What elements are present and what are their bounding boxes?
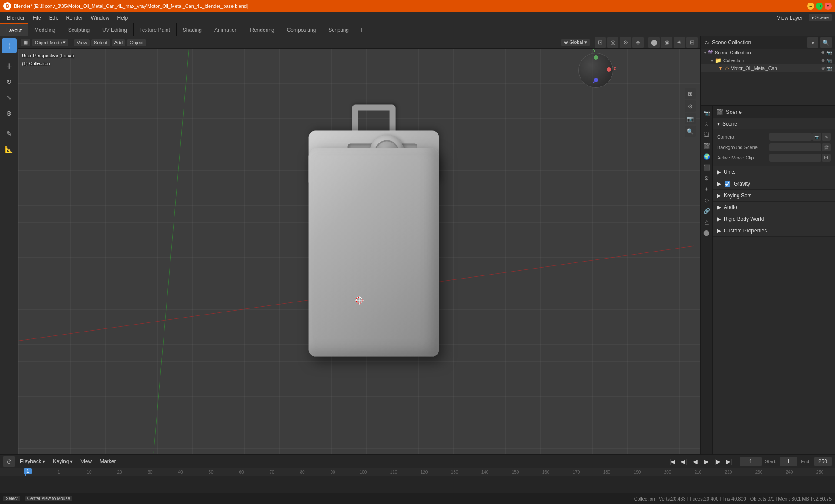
proportional-edit-button[interactable]: ◎: [607, 37, 618, 48]
prop-icon-world[interactable]: 🌍: [701, 151, 712, 162]
shading-wireframe-button[interactable]: ⊞: [686, 37, 698, 48]
timeline-keying-menu[interactable]: Keying ▾: [50, 458, 76, 465]
section-custom-props-header[interactable]: ▶ Custom Properties: [713, 225, 835, 236]
outliner-item-scene-collection[interactable]: ▾ 🏛 Scene Collection 👁 📷: [701, 49, 835, 56]
timeline-track[interactable]: [0, 476, 835, 493]
play-reverse-button[interactable]: ◀: [690, 457, 700, 466]
maximize-button[interactable]: □: [816, 3, 823, 10]
timeline-view-menu[interactable]: View: [78, 458, 94, 465]
outliner-filter-button[interactable]: ▾: [807, 37, 818, 48]
prop-icon-modifiers[interactable]: ⚙: [701, 173, 712, 183]
timeline-editor-type[interactable]: ⏱: [3, 456, 15, 467]
section-keying-sets-header[interactable]: ▶ Keying Sets: [713, 190, 835, 201]
menu-window[interactable]: Window: [87, 14, 113, 22]
prop-icon-scene[interactable]: 🎬: [701, 140, 712, 151]
section-gravity-header[interactable]: ▶ Gravity: [713, 178, 835, 189]
menu-render[interactable]: Render: [62, 14, 86, 22]
prop-icon-object[interactable]: ⬛: [701, 162, 712, 172]
timeline-playhead[interactable]: [25, 468, 26, 476]
menu-help[interactable]: Help: [114, 14, 131, 22]
shading-rendered-button[interactable]: ☀: [674, 37, 685, 48]
collection-view-toggle[interactable]: 👁: [821, 58, 825, 63]
menu-blender[interactable]: Blender: [3, 14, 28, 22]
prop-icon-render[interactable]: 📷: [701, 108, 712, 118]
tab-shading[interactable]: Shading: [177, 23, 208, 36]
view-button[interactable]: View: [74, 39, 90, 46]
object-view-toggle[interactable]: 👁: [821, 66, 825, 71]
camera-value[interactable]: [769, 133, 812, 141]
prop-icon-output[interactable]: ⊙: [701, 119, 712, 129]
outliner-item-collection[interactable]: ▾ 📁 Collection 👁 📷: [701, 56, 835, 64]
current-frame-display[interactable]: 1: [740, 457, 762, 466]
nav-gizmo[interactable]: X Y Z: [578, 53, 613, 88]
tool-cursor[interactable]: ⊹: [2, 38, 17, 53]
tool-transform[interactable]: ⊕: [2, 106, 17, 120]
timeline-marker-menu[interactable]: Marker: [97, 458, 118, 465]
bg-scene-value[interactable]: [769, 143, 821, 151]
tool-scale[interactable]: ⤡: [2, 90, 17, 105]
outliner-view-toggle[interactable]: 👁: [821, 50, 825, 55]
gravity-checkbox[interactable]: [725, 181, 730, 187]
collection-render-toggle[interactable]: 📷: [826, 58, 832, 63]
play-button[interactable]: ▶: [701, 457, 711, 466]
outliner-render-toggle[interactable]: 📷: [826, 50, 832, 55]
viewport-icon-camera[interactable]: 📷: [685, 113, 696, 124]
editor-type-button[interactable]: ▦: [21, 39, 30, 46]
select-button[interactable]: Select: [91, 39, 110, 46]
menu-file[interactable]: File: [29, 14, 44, 22]
add-button[interactable]: Add: [112, 39, 126, 46]
viewport-icon-overlay2[interactable]: ⊙: [685, 100, 696, 112]
outliner-item-object[interactable]: ▼ ◇ Motor_Oil_Metal_Can 👁 📷: [701, 64, 835, 72]
prop-icon-particles[interactable]: ✦: [701, 184, 712, 194]
bg-scene-picker[interactable]: 🎬: [822, 143, 831, 151]
xray-button[interactable]: ◈: [632, 37, 644, 48]
shading-solid-button[interactable]: ⬤: [648, 37, 660, 48]
prop-icon-data[interactable]: △: [701, 216, 712, 227]
tab-layout[interactable]: Layout: [0, 23, 28, 36]
frame-start-input[interactable]: 1: [780, 457, 797, 466]
tool-move[interactable]: ✛: [2, 59, 17, 73]
tab-sculpting[interactable]: Sculpting: [62, 23, 96, 36]
snap-button[interactable]: ⊡: [595, 37, 606, 48]
jump-end-button[interactable]: ▶|: [724, 457, 734, 466]
add-workspace-button[interactable]: +: [355, 23, 368, 36]
prop-icon-material[interactable]: ⬤: [701, 227, 712, 238]
tab-compositing[interactable]: Compositing: [281, 23, 323, 36]
prop-icon-constraints[interactable]: 🔗: [701, 206, 712, 216]
frame-end-input[interactable]: 250: [814, 457, 832, 466]
movie-clip-value[interactable]: [769, 154, 821, 162]
prop-icon-view-layer[interactable]: 🖼: [701, 129, 712, 140]
tab-animation[interactable]: Animation: [208, 23, 244, 36]
overlay-button[interactable]: ⊙: [620, 37, 631, 48]
object-button[interactable]: Object: [127, 39, 146, 46]
tab-rendering[interactable]: Rendering: [244, 23, 281, 36]
viewport-icon-search[interactable]: 🔍: [685, 126, 696, 137]
outliner-search-button[interactable]: 🔍: [820, 37, 832, 48]
timeline-playback-menu[interactable]: Playback ▾: [17, 458, 48, 465]
minimize-button[interactable]: –: [807, 3, 814, 10]
viewport-icon-grid[interactable]: ⊞: [685, 88, 696, 99]
movie-clip-picker[interactable]: 🎞: [822, 154, 831, 162]
prop-icon-physics[interactable]: ◇: [701, 195, 712, 205]
oil-can-object[interactable]: [283, 131, 465, 383]
shading-material-button[interactable]: ◉: [661, 37, 672, 48]
section-scene-header[interactable]: ▾ Scene: [713, 118, 835, 129]
section-units-header[interactable]: ▶ Units: [713, 166, 835, 178]
section-audio-header[interactable]: ▶ Audio: [713, 202, 835, 213]
tool-measure[interactable]: 📐: [2, 142, 17, 156]
global-orientation-button[interactable]: ⊕ Global ▾: [561, 39, 590, 46]
object-mode-button[interactable]: Object Mode ▾: [32, 39, 68, 46]
jump-start-button[interactable]: |◀: [668, 457, 677, 466]
section-rigid-body-header[interactable]: ▶ Rigid Body World: [713, 213, 835, 225]
tab-modeling[interactable]: Modeling: [28, 23, 62, 36]
camera-edit[interactable]: ✎: [822, 133, 831, 141]
viewport-3d[interactable]: User Perspective (Local) (1) Collection: [18, 49, 700, 454]
prev-keyframe-button[interactable]: ◀|: [679, 457, 688, 466]
camera-picker[interactable]: 📷: [812, 133, 821, 141]
view-layer-selector[interactable]: View Layer: [774, 14, 806, 22]
next-keyframe-button[interactable]: |▶: [713, 457, 722, 466]
tab-scripting[interactable]: Scripting: [322, 23, 355, 36]
scene-selector[interactable]: ▾ Scene: [809, 14, 832, 21]
tab-texture-paint[interactable]: Texture Paint: [134, 23, 177, 36]
tool-rotate[interactable]: ↻: [2, 74, 17, 89]
